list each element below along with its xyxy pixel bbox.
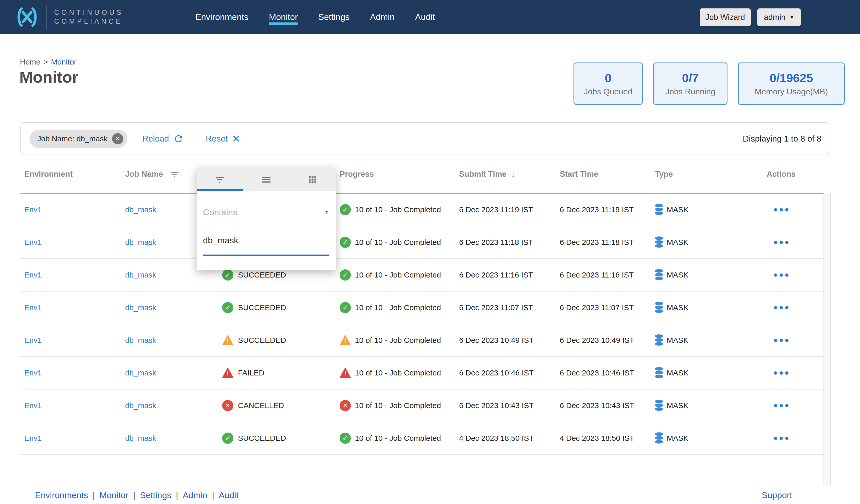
nav-environments[interactable]: Environments <box>195 0 248 34</box>
environment-link[interactable]: Env1 <box>24 205 42 214</box>
chevron-down-icon: ▼ <box>789 15 794 20</box>
filter-value-input[interactable]: db_mask <box>203 235 329 246</box>
database-icon <box>655 335 663 346</box>
tab-filter[interactable] <box>197 168 243 191</box>
environment-link[interactable]: Env1 <box>24 303 42 312</box>
job-name-link[interactable]: db_mask <box>125 238 156 247</box>
table-row: Env1 db_mask SUCCEEDED 10 of 10 - Job Co… <box>20 324 831 357</box>
stat-label: Jobs Running <box>665 87 716 97</box>
database-icon <box>655 400 663 411</box>
more-options-button[interactable] <box>774 404 777 407</box>
start-time: 4 Dec 2023 18:50 IST <box>557 434 653 443</box>
environment-link[interactable]: Env1 <box>24 434 42 443</box>
status-icon <box>222 433 233 444</box>
header-progress: Progress <box>337 169 456 179</box>
nav-monitor[interactable]: Monitor <box>269 0 298 34</box>
filter-popup-tabs <box>197 168 336 191</box>
footer-admin[interactable]: Admin <box>183 490 207 500</box>
progress-status-icon <box>340 302 351 313</box>
job-name-link[interactable]: db_mask <box>125 271 156 279</box>
table-row: Env1 db_mask 10 of 10 - Job Completed 6 … <box>20 194 831 226</box>
table-scrollbar[interactable] <box>823 193 831 485</box>
header-submit-time[interactable]: Submit Time ↓ <box>456 169 557 179</box>
job-name-link[interactable]: db_mask <box>125 434 156 443</box>
menu-icon <box>261 174 272 185</box>
environment-link[interactable]: Env1 <box>24 369 42 377</box>
start-time: 6 Dec 2023 11:16 IST <box>557 271 653 279</box>
support-link[interactable]: Support <box>762 490 792 500</box>
reset-label: Reset <box>206 134 228 144</box>
grid-icon <box>307 174 318 185</box>
tab-menu[interactable] <box>243 168 289 191</box>
table-row: Env1 db_mask SUCCEEDED 10 of 10 - Job Co… <box>20 422 831 455</box>
brand-logo[interactable]: CONTINUOUS COMPLIANCE <box>14 0 124 34</box>
filter-operator-select[interactable]: Contains ▼ <box>203 207 329 217</box>
brand-divider <box>46 5 47 29</box>
environment-link[interactable]: Env1 <box>24 401 42 410</box>
footer-monitor[interactable]: Monitor <box>100 490 128 500</box>
status-icon <box>222 335 233 346</box>
brand-wordmark: CONTINUOUS COMPLIANCE <box>54 9 124 26</box>
table-row: Env1 db_mask SUCCEEDED 10 of 10 - Job Co… <box>20 292 831 324</box>
more-options-button[interactable] <box>774 437 777 440</box>
table-header-row: Environment Job Name Progress Submit Tim… <box>20 155 831 194</box>
progress-status-icon <box>340 237 351 248</box>
status-text: SUCCEEDED <box>238 303 286 312</box>
breadcrumb-separator: > <box>43 58 48 66</box>
nav-audit[interactable]: Audit <box>415 0 435 34</box>
status-text: FAILED <box>238 369 264 377</box>
progress-text: 10 of 10 - Job Completed <box>355 336 441 345</box>
table-row: Env1 db_mask 10 of 10 - Job Completed 6 … <box>20 226 831 259</box>
more-options-button[interactable] <box>774 208 777 211</box>
database-icon <box>655 269 663 281</box>
close-icon: ✕ <box>232 133 241 145</box>
header-actions: Actions <box>741 169 822 179</box>
status-icon <box>222 367 233 379</box>
more-options-button[interactable] <box>774 306 777 309</box>
breadcrumb: Home > Monitor <box>20 58 76 66</box>
tab-grid[interactable] <box>289 168 336 191</box>
footer-audit[interactable]: Audit <box>219 490 239 500</box>
footer-settings[interactable]: Settings <box>140 490 171 500</box>
more-options-button[interactable] <box>774 273 777 277</box>
type-text: MASK <box>667 401 688 410</box>
stat-label: Jobs Queued <box>584 87 632 97</box>
breadcrumb-home[interactable]: Home <box>20 58 40 66</box>
chevron-down-icon: ▼ <box>324 209 329 216</box>
reload-button[interactable]: Reload <box>142 133 184 144</box>
job-name-link[interactable]: db_mask <box>125 369 156 377</box>
nav-admin[interactable]: Admin <box>370 0 395 34</box>
input-underline <box>203 254 329 256</box>
footer-separator: | <box>176 490 178 500</box>
type-text: MASK <box>667 303 688 312</box>
stat-value: 0 <box>605 71 611 85</box>
footer-separator: | <box>93 490 95 500</box>
database-icon <box>655 367 663 379</box>
database-icon <box>655 302 663 313</box>
more-options-button[interactable] <box>774 241 777 244</box>
environment-link[interactable]: Env1 <box>24 271 42 279</box>
nav-settings[interactable]: Settings <box>318 0 349 34</box>
job-wizard-button[interactable]: Job Wizard <box>700 9 751 26</box>
job-name-link[interactable]: db_mask <box>125 205 156 214</box>
filter-icon[interactable] <box>170 169 179 179</box>
more-options-button[interactable] <box>774 339 777 342</box>
environment-link[interactable]: Env1 <box>24 336 42 345</box>
environment-link[interactable]: Env1 <box>24 238 42 247</box>
monitor-page: CONTINUOUS COMPLIANCE Environments Monit… <box>0 0 860 504</box>
footer-environments[interactable]: Environments <box>35 490 88 500</box>
job-name-link[interactable]: db_mask <box>125 303 156 312</box>
more-options-button[interactable] <box>774 371 777 375</box>
job-name-link[interactable]: db_mask <box>125 336 156 345</box>
submit-time: 6 Dec 2023 11:18 IST <box>456 238 557 247</box>
close-icon[interactable]: ✕ <box>112 133 123 144</box>
status-icon <box>222 269 233 281</box>
stat-label: Memory Usage(MB) <box>755 87 828 97</box>
stat-jobs-running: 0/7 Jobs Running <box>653 62 728 105</box>
job-name-link[interactable]: db_mask <box>125 401 156 410</box>
status-text: CANCELLED <box>238 401 284 410</box>
reset-button[interactable]: Reset ✕ <box>206 133 241 145</box>
type-text: MASK <box>667 238 688 247</box>
progress-text: 10 of 10 - Job Completed <box>355 205 441 214</box>
user-menu-button[interactable]: admin ▼ <box>757 9 801 26</box>
